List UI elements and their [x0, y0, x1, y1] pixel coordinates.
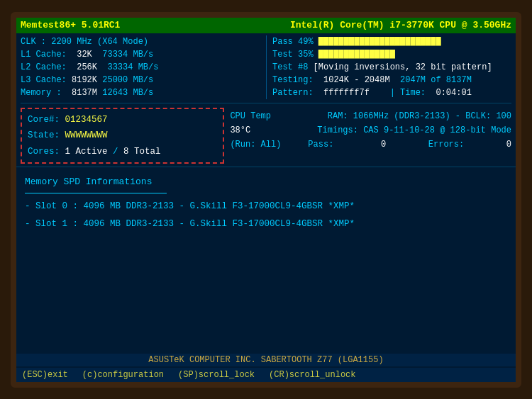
l2-info: L2 Cache: 256K 33334 MB/s — [21, 61, 266, 74]
l3-speed: 25000 MB/s — [97, 75, 153, 85]
pattern-val: fffffff7f — [323, 88, 370, 98]
core-id-row: Core#: 01234567 — [28, 112, 217, 128]
l2-speed: 33334 MB/s — [97, 62, 158, 72]
memory-speed-info: Memory : 8137M 12643 MB/s — [21, 86, 266, 99]
test-n-info: Test #8 [Moving inversions, 32 bit patte… — [266, 61, 511, 74]
pattern-info: Pattern: fffffff7f | Time: 0:04:01 — [266, 86, 511, 99]
pass-errors-row: (Run: All) Pass: 0 Errors: 0 — [230, 137, 511, 152]
active-label: Active — [76, 147, 108, 157]
info-grid: CLK : 2200 MHz (X64 Mode) Pass 49% █████… — [16, 33, 516, 101]
key-sp[interactable]: (SP)scroll_lock — [178, 370, 255, 380]
core-right-panel: CPU Temp RAM: 1066MHz (DDR3-2133) - BCLK… — [230, 108, 511, 164]
key-c-label: (c)configuration — [82, 370, 164, 380]
app-title: Memtest86+ 5.01RC1 — [21, 19, 120, 32]
test-n-label: Test #8 — [272, 62, 314, 72]
state-val: WWWWWWWW — [65, 130, 108, 140]
pattern-label: Pattern: — [272, 88, 323, 98]
errors-val: 0 — [506, 137, 511, 152]
time-label: | Time: — [370, 88, 436, 98]
pass-info: Pass 49% ████████████████████████ — [266, 35, 511, 48]
cores-label: Cores: — [28, 147, 65, 157]
info-row-3: L2 Cache: 256K 33334 MB/s Test #8 [Movin… — [21, 61, 511, 74]
slot0-row: - Slot 0 : 4096 MB DDR3-2133 - G.Skill F… — [25, 198, 507, 215]
clk-info: CLK : 2200 MHz (X64 Mode) — [21, 35, 266, 48]
cores-total: 8 Total — [123, 147, 161, 157]
pass-err-info: Pass: — [308, 137, 354, 152]
screen: Memtest86+ 5.01RC1 Intel(R) Core(TM) i7-… — [16, 18, 516, 382]
state-label: State: — [28, 130, 65, 140]
monitor-frame: Memtest86+ 5.01RC1 Intel(R) Core(TM) i7-… — [11, 12, 521, 388]
memory-underline — [25, 193, 167, 193]
footer-brand: ASUSTeK COMPUTER INC. SABERTOOTH Z77 (LG… — [16, 354, 516, 366]
testing-label: Testing: — [272, 75, 323, 85]
info-row-1: CLK : 2200 MHz (X64 Mode) Pass 49% █████… — [21, 35, 511, 48]
cpu-temp-label: CPU Temp — [230, 109, 271, 123]
l2-size: 256K — [77, 62, 97, 72]
run-label: (Run: All) — [230, 137, 281, 152]
l3-info: L3 Cache: 8192K 25000 MB/s — [21, 74, 266, 86]
cpu-temp-row: CPU Temp RAM: 1066MHz (DDR3-2133) - BCLK… — [230, 109, 511, 123]
testing-info: Testing: 1024K - 2048M 2047M of 8137M — [266, 74, 511, 86]
clk-label: CLK : 2200 MHz (X64 Mode) — [21, 37, 148, 47]
cpu-info: Intel(R) Core(TM) i7-3770K CPU @ 3.50GHz — [290, 19, 511, 32]
l1-speed: 73334 MB/s — [92, 50, 153, 60]
l3-label: L3 Cache: — [21, 75, 72, 85]
slot1-row: - Slot 1 : 4096 MB DDR3-2133 - G.Skill F… — [25, 215, 507, 233]
key-esc[interactable]: (ESC)exit — [22, 370, 68, 380]
memory-label: Memory : — [21, 88, 72, 98]
memory-spd-title: Memory SPD Informations — [25, 173, 507, 191]
key-c[interactable]: (c)configuration — [82, 370, 164, 380]
time-val: 0:04:01 — [436, 88, 471, 98]
footer-keys: (ESC)exit (c)configuration (SP)scroll_lo… — [16, 368, 516, 382]
temp-val-row: 38°C Timings: CAS 9-11-10-28 @ 128-bit M… — [230, 123, 511, 137]
state-row: State: WWWWWWWW — [28, 128, 217, 144]
key-esc-label: (ESC)exit — [22, 370, 68, 380]
timings-info: Timings: CAS 9-11-10-28 @ 128-bit Mode — [317, 123, 511, 137]
cores-row: Cores: 1 Active / 8 Total — [28, 144, 217, 160]
info-row-4: L3 Cache: 8192K 25000 MB/s Testing: 1024… — [21, 74, 511, 86]
cores-slash: / — [108, 147, 124, 157]
cores-active: 1 — [65, 147, 76, 157]
errors-label: Errors: — [413, 137, 480, 152]
ram-info: RAM: 1066MHz (DDR3-2133) - BCLK: 100 — [328, 109, 511, 123]
pass-bar: ████████████████████████ — [318, 37, 441, 47]
core-hash-label: Core#: — [28, 115, 65, 125]
memory-size: 8137M — [72, 88, 97, 98]
temp-val: 38°C — [230, 123, 250, 137]
test-bar: ███████████████ — [318, 50, 395, 60]
l1-info: L1 Cache: 32K 73334 MB/s — [21, 48, 266, 61]
pass-val: 0 — [381, 137, 386, 152]
key-cr[interactable]: (CR)scroll_unlock — [269, 370, 355, 380]
header-bar: Memtest86+ 5.01RC1 Intel(R) Core(TM) i7-… — [16, 18, 516, 33]
core-left-panel: Core#: 01234567 State: WWWWWWWW Cores: 1… — [21, 108, 224, 164]
core-section: Core#: 01234567 State: WWWWWWWW Cores: 1… — [16, 105, 516, 168]
info-row-2: L1 Cache: 32K 73334 MB/s Test 35% ██████… — [21, 48, 511, 61]
test-pct-info: Test 35% ███████████████ — [266, 48, 511, 61]
test-pct-label: Test 35% — [272, 50, 318, 60]
brand-text: ASUSTeK COMPUTER INC. SABERTOOTH Z77 (LG… — [148, 355, 383, 365]
core-hash-val: 01234567 — [65, 115, 108, 125]
pass-label: Pass 49% — [272, 37, 318, 47]
memory-speed: 12643 MB/s — [97, 88, 153, 98]
test-n-desc: [Moving inversions, 32 bit pattern] — [314, 62, 492, 72]
info-row-5: Memory : 8137M 12643 MB/s Pattern: fffff… — [21, 86, 511, 99]
testing-range: 1024K - 2048M — [323, 75, 400, 85]
key-sp-label: (SP)scroll_lock — [178, 370, 255, 380]
testing-of: 2047M of 8137M — [400, 75, 472, 85]
l2-label: L2 Cache: — [21, 62, 77, 72]
key-cr-label: (CR)scroll_unlock — [269, 370, 355, 380]
l1-size: 32K — [77, 50, 92, 60]
l1-label: L1 Cache: — [21, 50, 77, 60]
l3-size: 8192K — [72, 75, 97, 85]
memory-spd-section: Memory SPD Informations - Slot 0 : 4096 … — [16, 167, 516, 239]
divider-1 — [21, 103, 511, 103]
